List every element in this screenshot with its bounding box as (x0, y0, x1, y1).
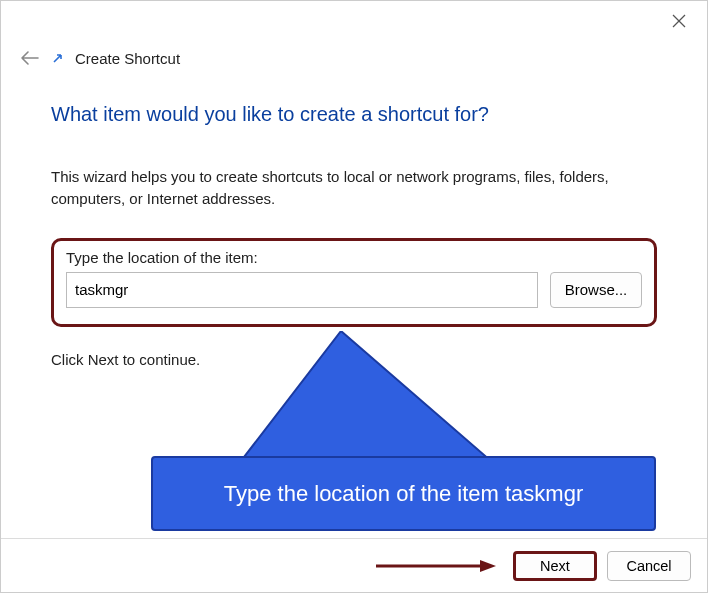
browse-button[interactable]: Browse... (550, 272, 642, 308)
continue-instruction: Click Next to continue. (51, 351, 657, 368)
back-arrow-icon[interactable] (19, 47, 41, 69)
page-heading: What item would you like to create a sho… (51, 103, 657, 126)
svg-marker-5 (480, 560, 496, 572)
annotation-arrow-icon (376, 558, 496, 574)
create-shortcut-dialog: Create Shortcut What item would you like… (1, 1, 707, 592)
close-button[interactable] (669, 11, 689, 31)
location-input-section: Type the location of the item: Browse... (51, 238, 657, 327)
dialog-footer: Next Cancel (1, 538, 707, 592)
dialog-header: Create Shortcut (1, 1, 707, 79)
next-button[interactable]: Next (513, 551, 597, 581)
shortcut-icon (51, 51, 65, 65)
location-input[interactable] (66, 272, 538, 308)
location-input-label: Type the location of the item: (66, 249, 642, 266)
dialog-title: Create Shortcut (75, 50, 180, 67)
description-text: This wizard helps you to create shortcut… (51, 166, 657, 210)
cancel-button[interactable]: Cancel (607, 551, 691, 581)
